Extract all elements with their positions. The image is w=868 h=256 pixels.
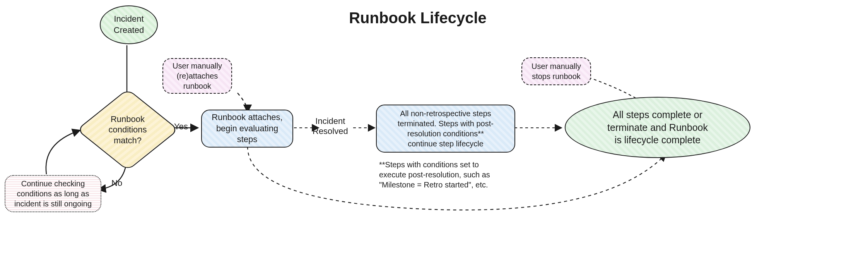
edge-label-yes: Yes [174,122,188,132]
node-post-resolution-steps-label: All non-retrospective steps terminated. … [398,108,494,149]
node-runbook-attaches-label: Runbook attaches, begin evaluating steps [212,112,282,145]
node-decision-conditions-match: Runbook conditions match? [99,101,157,159]
node-incident-created-label: Incident Created [114,14,144,36]
node-user-manually-stops: User manually stops runbook [521,57,591,85]
node-incident-created: Incident Created [100,5,158,44]
node-post-resolution-steps: All non-retrospective steps terminated. … [376,105,515,153]
node-lifecycle-complete-label: All steps complete or terminate and Runb… [607,108,708,146]
node-continue-checking: Continue checking conditions as long as … [5,175,101,212]
node-user-manually-attaches-label: User manually (re)attaches runbook [173,61,222,91]
node-lifecycle-complete: All steps complete or terminate and Runb… [565,97,750,158]
node-user-manually-stops-label: User manually stops runbook [531,61,581,81]
runbook-lifecycle-diagram: { "title": "Runbook Lifecycle", "nodes":… [0,0,868,256]
edge-label-no: No [111,178,122,188]
node-decision-label: Runbook conditions match? [99,101,157,159]
edge-label-incident-resolved: Incident Resolved [313,116,348,137]
node-user-manually-attaches: User manually (re)attaches runbook [162,58,232,94]
node-continue-checking-label: Continue checking conditions as long as … [14,179,92,209]
footnote-post-resolution: **Steps with conditions set to execute p… [379,160,526,190]
diagram-title: Runbook Lifecycle [344,9,491,27]
node-runbook-attaches: Runbook attaches, begin evaluating steps [201,110,293,148]
